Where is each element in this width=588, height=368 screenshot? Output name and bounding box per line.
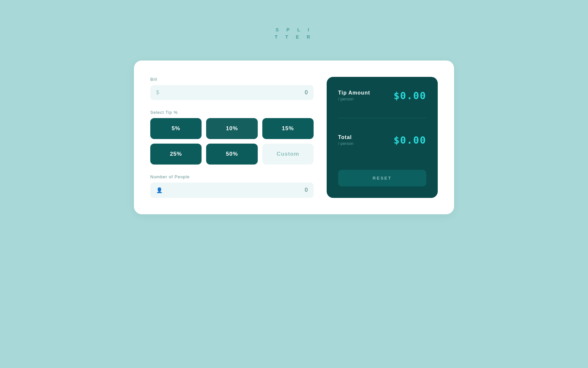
people-label: Number of People: [150, 174, 314, 179]
people-input[interactable]: [166, 187, 308, 193]
person-icon: 👤: [156, 187, 163, 193]
divider: [338, 118, 426, 118]
tip-btn-custom[interactable]: Custom: [262, 144, 314, 165]
tip-amount-sub: / person: [338, 96, 370, 101]
bill-section: Bill $: [150, 77, 314, 100]
tip-amount-row: Tip Amount / person $0.00: [338, 90, 426, 101]
tip-amount-label-group: Tip Amount / person: [338, 90, 370, 101]
tip-amount-value: $0.00: [394, 90, 426, 101]
tip-amount-label: Tip Amount: [338, 90, 370, 96]
dollar-icon: $: [156, 90, 159, 96]
tip-btn-50[interactable]: 50%: [206, 144, 257, 165]
tip-btn-10[interactable]: 10%: [206, 118, 257, 139]
right-panel: Tip Amount / person $0.00 Total / person…: [327, 77, 438, 198]
reset-button[interactable]: RESET: [338, 170, 426, 186]
main-card: Bill $ Select Tip % 5% 10% 15% 25% 50% C…: [134, 61, 454, 214]
bill-label: Bill: [150, 77, 314, 82]
tip-section-label: Select Tip %: [150, 110, 314, 115]
tip-btn-15[interactable]: 15%: [262, 118, 314, 139]
tip-section: Select Tip % 5% 10% 15% 25% 50% Custom: [150, 110, 314, 165]
total-value: $0.00: [394, 134, 426, 146]
total-row: Total / person $0.00: [338, 134, 426, 146]
people-input-wrapper: 👤: [150, 183, 314, 198]
total-sub: / person: [338, 141, 353, 146]
total-label: Total: [338, 134, 353, 140]
bill-input[interactable]: [162, 90, 308, 96]
left-panel: Bill $ Select Tip % 5% 10% 15% 25% 50% C…: [150, 77, 314, 198]
people-section: Number of People 👤: [150, 174, 314, 198]
app-title: S P L I T T E R: [275, 26, 313, 41]
total-label-group: Total / person: [338, 134, 353, 146]
tip-btn-5[interactable]: 5%: [150, 118, 202, 139]
tip-grid: 5% 10% 15% 25% 50% Custom: [150, 118, 314, 165]
bill-input-wrapper: $: [150, 85, 314, 100]
tip-btn-25[interactable]: 25%: [150, 144, 202, 165]
result-section: Tip Amount / person $0.00 Total / person…: [338, 90, 426, 146]
